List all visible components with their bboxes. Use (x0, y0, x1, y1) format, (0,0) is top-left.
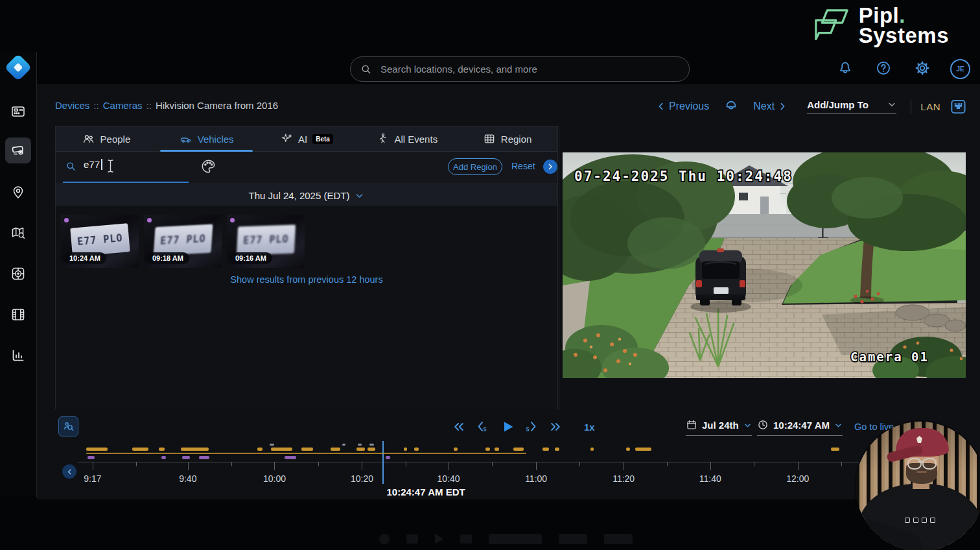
tab-region[interactable]: Region (457, 126, 557, 151)
sidebar-item-locations[interactable] (5, 179, 31, 205)
plate-result-thumbnail[interactable]: E77 PLO 09:16 AM (227, 215, 305, 268)
timeline-segment (414, 448, 419, 451)
license-plate: E77 PLO (236, 225, 295, 256)
timeline-segment (257, 448, 262, 451)
chevron-left-icon (66, 468, 73, 475)
skip-forward-button[interactable] (548, 420, 563, 434)
hoodie-graphic (905, 518, 939, 521)
ethernet-icon (950, 98, 967, 115)
timeline-tick-label: 12:00 (786, 473, 809, 484)
timeline-tick (798, 462, 799, 470)
timeline-tick-label: 11:40 (699, 473, 721, 484)
beta-badge: Beta (312, 134, 333, 144)
user-avatar[interactable]: JE (950, 59, 970, 79)
settings-gear-icon[interactable] (914, 60, 931, 77)
timeline-segment (88, 456, 95, 459)
timeline-segment (358, 444, 362, 446)
timeline-playhead[interactable] (382, 441, 384, 484)
timeline-segment (132, 448, 148, 451)
palette-icon[interactable] (200, 158, 216, 174)
events-panel: People Vehicles AI Beta (55, 126, 558, 409)
ibeam-cursor (105, 158, 116, 174)
chevron-right-icon (546, 163, 554, 171)
divider (911, 99, 911, 114)
result-time-badge: 09:16 AM (229, 252, 272, 264)
calendar-icon (686, 419, 697, 431)
timeline-segment (542, 448, 549, 451)
tab-ai[interactable]: AI Beta (257, 126, 357, 151)
timeline-tick (362, 462, 362, 470)
playback-speed[interactable]: 1x (584, 422, 595, 433)
sidebar-item-health[interactable] (5, 261, 31, 287)
sidebar-item-dashboard[interactable] (5, 99, 31, 125)
timeline-segment (270, 444, 274, 446)
timeline-segment (86, 448, 108, 451)
event-tabs: People Vehicles AI Beta (56, 126, 557, 152)
webcam-overlay (856, 422, 980, 550)
event-type-dot (147, 218, 152, 222)
timeline-tick (406, 462, 406, 466)
global-search[interactable] (350, 56, 690, 82)
sidebar-item-cameras[interactable] (5, 138, 31, 163)
back-5s-button[interactable]: 5 (475, 420, 489, 434)
expand-filters-button[interactable] (543, 160, 557, 174)
result-time-badge: 10:24 AM (64, 252, 106, 264)
breadcrumb-current: Hikvision Camera from 2016 (156, 100, 278, 111)
timeline-segment (159, 448, 164, 451)
playback-date-picker[interactable]: Jul 24th (686, 419, 752, 436)
previous-camera-button[interactable]: Previous (656, 101, 709, 112)
timeline-track[interactable]: 10:24:47 AM EDT 9:179:4010:0010:2010:401… (78, 444, 980, 498)
timeline-tick (710, 462, 711, 470)
tab-people[interactable]: People (56, 126, 156, 151)
timeline-tick (449, 462, 449, 470)
cctv-camera-icon (10, 143, 27, 159)
film-icon (10, 307, 26, 322)
smart-search-button[interactable] (58, 416, 78, 436)
app-root: Pipl.Systems (0, 0, 980, 550)
forward-5s-button[interactable]: 5 (524, 420, 539, 434)
timeline-tick-label: 9:17 (84, 473, 101, 484)
video-osd-timestamp: 07-24-2025 Thu 10:24:48 (574, 169, 793, 184)
region-grid-icon (483, 132, 496, 145)
plate-result-thumbnail[interactable]: E77 PLO 09:18 AM (144, 215, 222, 268)
timeline-segment (271, 448, 292, 451)
dome-camera-icon[interactable] (723, 99, 739, 114)
timeline-tick-label: 9:40 (179, 473, 196, 484)
next-camera-button[interactable]: Next (753, 101, 788, 112)
breadcrumb-cameras[interactable]: Cameras (103, 100, 143, 111)
notifications-bell-icon[interactable] (837, 60, 854, 77)
playback-time-picker[interactable]: 10:24:47 AM (757, 419, 843, 436)
help-icon[interactable] (875, 60, 892, 77)
plate-search-input[interactable]: e77 (84, 159, 102, 170)
camera-live-view[interactable]: 07-24-2025 Thu 10:24:48 Camera 01 (563, 152, 966, 378)
timeline-tick (624, 462, 624, 470)
sidebar-item-analytics[interactable] (5, 342, 31, 368)
svg-text:5: 5 (484, 426, 487, 433)
result-thumbnails: E77 PLO 10:24 AM E77 PLO 09:18 AM E77 PL… (61, 215, 305, 268)
breadcrumb-devices[interactable]: Devices (55, 100, 89, 111)
timeline-tick-label: 11:20 (612, 473, 635, 484)
sidebar-item-video[interactable] (5, 302, 31, 328)
event-type-dot (230, 218, 235, 222)
timeline-scroll-left-button[interactable] (62, 464, 76, 479)
show-more-link[interactable]: Show results from previous 12 hours (56, 274, 557, 285)
timeline-tick-label: 10:00 (263, 473, 286, 484)
add-jump-to-select[interactable]: Add/Jump To (807, 99, 896, 114)
plate-result-thumbnail[interactable]: E77 PLO 10:24 AM (61, 215, 139, 268)
reset-button[interactable]: Reset (511, 161, 535, 171)
tab-all-events[interactable]: All Events (356, 126, 457, 151)
result-time-badge: 09:18 AM (146, 252, 189, 264)
play-button[interactable] (501, 420, 515, 434)
sidebar-item-map[interactable] (5, 220, 31, 246)
timeline-segment (386, 456, 390, 459)
timeline-segment (368, 448, 376, 451)
breadcrumb-separator: :: (93, 100, 99, 111)
timeline-tick (274, 462, 275, 470)
add-region-button[interactable]: Add Region (448, 158, 502, 175)
tab-vehicles[interactable]: Vehicles (156, 126, 257, 151)
skip-backward-button[interactable] (452, 420, 466, 434)
timeline-segment (331, 448, 340, 451)
global-search-input[interactable] (379, 63, 680, 75)
walking-person-icon (376, 132, 389, 145)
results-date-header[interactable]: Thu Jul 24, 2025 (EDT) (56, 184, 557, 207)
